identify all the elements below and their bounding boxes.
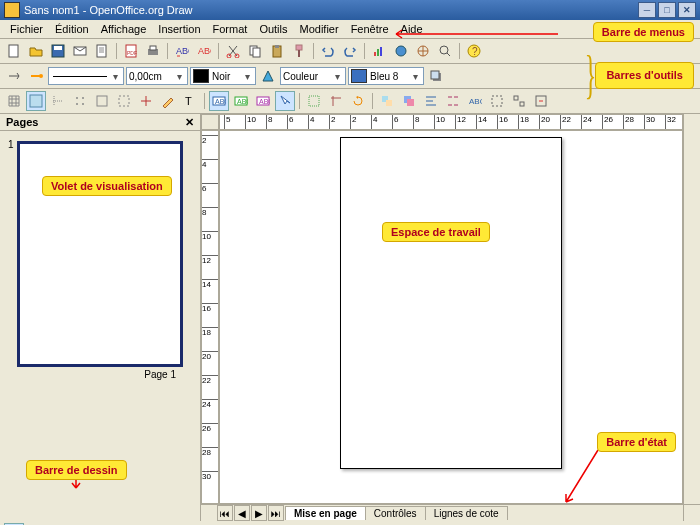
- zoom-button[interactable]: [435, 41, 455, 61]
- page-thumbnail[interactable]: [17, 141, 183, 367]
- align1-button[interactable]: [421, 91, 441, 111]
- distribute-button[interactable]: ABC: [465, 91, 485, 111]
- close-button[interactable]: ✕: [678, 2, 696, 18]
- snap-lines-button[interactable]: [48, 91, 68, 111]
- undo-button[interactable]: [318, 41, 338, 61]
- ruler-corner: [201, 114, 219, 130]
- enter-group-button[interactable]: [531, 91, 551, 111]
- horizontal-ruler[interactable]: 51086422468101214161820222426283032: [219, 114, 683, 130]
- drawing-page[interactable]: [340, 137, 562, 469]
- snap-margins-button[interactable]: [92, 91, 112, 111]
- auto-spellcheck-button[interactable]: ABC: [194, 41, 214, 61]
- minimize-button[interactable]: ─: [638, 2, 656, 18]
- svg-rect-0: [9, 45, 18, 57]
- snap-points-button[interactable]: [136, 91, 156, 111]
- double-click-edit-button[interactable]: [275, 91, 295, 111]
- svg-rect-21: [380, 47, 382, 56]
- menu-fichier[interactable]: Fichier: [4, 21, 49, 37]
- menu-affichage[interactable]: Affichage: [95, 21, 153, 37]
- tab-prev-button[interactable]: ◀: [234, 505, 250, 521]
- grid-button[interactable]: [4, 91, 24, 111]
- textbox1-button[interactable]: ABC: [209, 91, 229, 111]
- svg-point-24: [440, 46, 448, 54]
- svg-rect-52: [520, 102, 524, 106]
- tab-first-button[interactable]: ⏮: [217, 505, 233, 521]
- ungroup-button[interactable]: [509, 91, 529, 111]
- pages-close-button[interactable]: ✕: [185, 116, 194, 129]
- app-icon: [4, 2, 20, 18]
- pages-title: Pages: [6, 116, 38, 128]
- redo-button[interactable]: [340, 41, 360, 61]
- menu-edition[interactable]: Édition: [49, 21, 95, 37]
- snap-grid-button[interactable]: [70, 91, 90, 111]
- print-button[interactable]: [143, 41, 163, 61]
- svg-text:ABC: ABC: [215, 98, 226, 105]
- position-size-button[interactable]: [377, 91, 397, 111]
- vertical-ruler[interactable]: 24681012141618202224262830: [201, 130, 219, 504]
- svg-rect-18: [298, 50, 300, 57]
- format-paintbrush-button[interactable]: [289, 41, 309, 61]
- quick-edit-button[interactable]: [158, 91, 178, 111]
- area-button[interactable]: [258, 66, 278, 86]
- svg-text:ABC: ABC: [259, 98, 270, 105]
- group-button[interactable]: [487, 91, 507, 111]
- export-pdf-button[interactable]: PDF: [121, 41, 141, 61]
- vscroll-top[interactable]: [683, 114, 700, 130]
- tab-last-button[interactable]: ⏭: [268, 505, 284, 521]
- hscroll-right[interactable]: [683, 505, 700, 521]
- snap-frame-button[interactable]: [114, 91, 134, 111]
- select-text-button[interactable]: T: [180, 91, 200, 111]
- help-button[interactable]: ?: [464, 41, 484, 61]
- email-button[interactable]: [70, 41, 90, 61]
- svg-point-31: [76, 97, 78, 99]
- guides-button[interactable]: [26, 91, 46, 111]
- chart-button[interactable]: [369, 41, 389, 61]
- edit-doc-button[interactable]: [92, 41, 112, 61]
- open-button[interactable]: [26, 41, 46, 61]
- save-button[interactable]: [48, 41, 68, 61]
- crop-button[interactable]: [326, 91, 346, 111]
- arrange-button[interactable]: [399, 91, 419, 111]
- cut-button[interactable]: [223, 41, 243, 61]
- svg-rect-48: [407, 99, 414, 106]
- svg-rect-16: [275, 45, 279, 48]
- menu-outils[interactable]: Outils: [253, 21, 293, 37]
- align2-button[interactable]: [443, 91, 463, 111]
- tab-lignes-de-cote[interactable]: Lignes de cote: [425, 506, 508, 520]
- line-width-combo[interactable]: 0,00cm▾: [126, 67, 188, 85]
- svg-rect-20: [377, 49, 379, 56]
- svg-rect-17: [296, 45, 302, 50]
- menu-insertion[interactable]: Insertion: [152, 21, 206, 37]
- line-style-combo[interactable]: ▾: [48, 67, 124, 85]
- svg-point-32: [82, 97, 84, 99]
- line-color-combo[interactable]: Noir▾: [190, 67, 256, 85]
- arrow-style-button[interactable]: [4, 66, 24, 86]
- menu-modifier[interactable]: Modifier: [294, 21, 345, 37]
- hyperlink-button[interactable]: [391, 41, 411, 61]
- spellcheck-button[interactable]: ABC: [172, 41, 192, 61]
- tab-controles[interactable]: Contrôles: [365, 506, 426, 520]
- tab-next-button[interactable]: ▶: [251, 505, 267, 521]
- fill-style-combo[interactable]: Couleur▾: [280, 67, 346, 85]
- svg-text:ABC: ABC: [237, 98, 248, 105]
- svg-rect-46: [386, 100, 392, 106]
- svg-text:ABC: ABC: [198, 46, 211, 56]
- rotate-object-button[interactable]: [348, 91, 368, 111]
- maximize-button[interactable]: □: [658, 2, 676, 18]
- vertical-scrollbar[interactable]: [683, 130, 700, 504]
- svg-point-33: [76, 103, 78, 105]
- tab-mise-en-page[interactable]: Mise en page: [285, 506, 366, 520]
- copy-button[interactable]: [245, 41, 265, 61]
- menu-format[interactable]: Format: [207, 21, 254, 37]
- paste-button[interactable]: [267, 41, 287, 61]
- contour-button[interactable]: [304, 91, 324, 111]
- svg-rect-8: [150, 46, 156, 50]
- textbox2-button[interactable]: ABC: [231, 91, 251, 111]
- fill-color-combo[interactable]: Bleu 8▾: [348, 67, 424, 85]
- annot-outils: Barres d'outils: [595, 62, 694, 89]
- shadow-button[interactable]: [426, 66, 446, 86]
- navigator-button[interactable]: [413, 41, 433, 61]
- line-endings-button[interactable]: [26, 66, 46, 86]
- textbox3-button[interactable]: ABC: [253, 91, 273, 111]
- new-button[interactable]: [4, 41, 24, 61]
